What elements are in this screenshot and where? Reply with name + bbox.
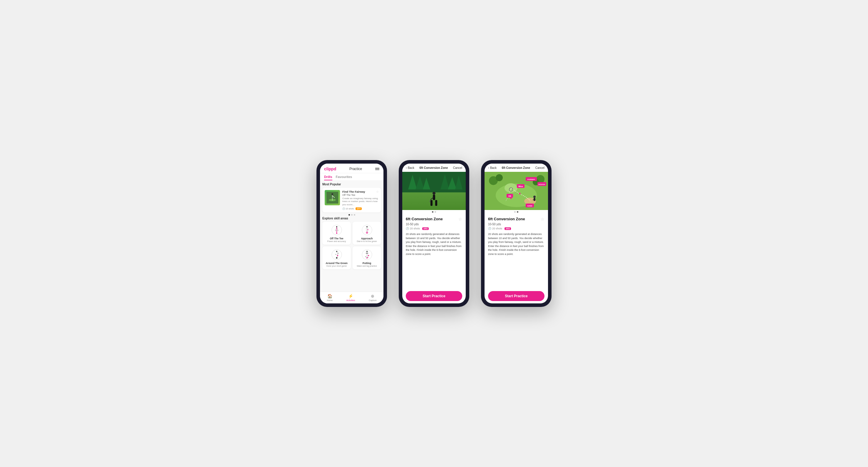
- svg-point-65: [533, 196, 536, 198]
- ott-badge: OTT: [355, 207, 362, 210]
- svg-point-21: [336, 251, 337, 252]
- explore-label: Explore skill areas: [322, 217, 381, 220]
- golf-drill-icon: [327, 192, 338, 204]
- shots-count: 20 shots: [410, 227, 420, 230]
- svg-text:SAND: SAND: [527, 205, 532, 207]
- trees-bg: [402, 172, 466, 192]
- svg-point-32: [367, 257, 368, 258]
- svg-text:ROUGH: ROUGH: [538, 184, 545, 185]
- nav-activities-label: Activities: [346, 299, 355, 302]
- nav-title: Practice: [349, 167, 362, 171]
- back-label-3: Back: [490, 166, 497, 169]
- activities-icon: ⚡: [348, 294, 353, 298]
- drill-title: 6ft Conversion Zone: [406, 217, 443, 221]
- arg-badge: ARG: [422, 227, 429, 230]
- skill-card-ott[interactable]: Off The Tee Power and accuracy: [322, 222, 351, 245]
- back-button[interactable]: ‹ Back: [406, 166, 414, 169]
- dot-1: [348, 214, 350, 215]
- svg-point-3: [332, 193, 333, 195]
- cancel-button[interactable]: Cancel: [453, 166, 462, 169]
- tabs-bar: Drills Favourites: [320, 173, 383, 180]
- img-dot-2: [435, 211, 436, 213]
- hero-image-photo: [402, 172, 466, 210]
- shots-label: 🕐 10 shots: [342, 207, 354, 210]
- phone2-header: ‹ Back 6ft Conversion Zone Cancel: [402, 164, 466, 172]
- back-label: Back: [408, 166, 414, 169]
- golfer-silhouette: [429, 192, 439, 208]
- favourite-star-3[interactable]: ☆: [541, 217, 545, 222]
- tab-favourites[interactable]: Favourites: [336, 175, 352, 180]
- bottom-nav: 🏠 Home ⚡ Activities ⊕ Capture: [320, 292, 383, 303]
- svg-text:Hit: Hit: [508, 195, 511, 197]
- drill3-title-row: 6ft Conversion Zone ☆: [488, 217, 545, 222]
- capture-icon: ⊕: [371, 294, 374, 298]
- tab-drills[interactable]: Drills: [324, 175, 332, 180]
- svg-point-14: [366, 226, 368, 227]
- dot-2: [351, 214, 352, 215]
- skill-atg-desc: Hone your short game: [327, 265, 347, 267]
- start-practice-button[interactable]: Start Practice: [406, 291, 462, 301]
- svg-point-6: [336, 226, 337, 227]
- hero-image-map: Miss Hit FAIRWAY ROUGH SAND: [485, 172, 548, 210]
- drill-info: Find The Fairway Off The Tee Create an i…: [342, 190, 379, 210]
- skill-card-approach[interactable]: Approach Dial-in to hit the green: [352, 222, 381, 245]
- phone2-content: 6ft Conversion Zone ☆ 10-50 yds 🕐 20 sho…: [402, 214, 466, 289]
- img-dot-3-1: [514, 211, 516, 213]
- drill-name: Find The Fairway: [342, 190, 379, 193]
- drill-desc: Create an imaginary fairway using trees …: [342, 197, 379, 206]
- svg-point-25: [338, 253, 339, 254]
- golf-course-map: Miss Hit FAIRWAY ROUGH SAND: [485, 172, 548, 210]
- svg-text:Miss: Miss: [518, 185, 523, 188]
- svg-point-19: [367, 229, 368, 230]
- phones-container: clippd Practice Drills Favourites Most P…: [316, 160, 552, 307]
- svg-point-30: [368, 255, 369, 256]
- start-practice-button-3[interactable]: Start Practice: [488, 291, 545, 301]
- clock-icon-3: 🕐: [488, 227, 491, 230]
- phone-2: ‹ Back 6ft Conversion Zone Cancel: [399, 160, 469, 307]
- svg-point-23: [337, 255, 338, 256]
- drill-thumbnail: [325, 190, 340, 205]
- img-dot-3-2: [517, 211, 518, 213]
- nav-capture[interactable]: ⊕ Capture: [369, 294, 377, 302]
- shots-info-3: 🕐 20 shots: [488, 227, 502, 230]
- svg-point-34: [433, 192, 435, 195]
- img-dot-1: [432, 211, 433, 213]
- svg-point-70: [510, 198, 512, 199]
- skill-approach-desc: Dial-in to hit the green: [357, 240, 377, 242]
- skill-card-putting[interactable]: Putting Make and lag practice: [352, 246, 381, 269]
- approach-icon: [361, 224, 373, 236]
- clock-icon: 🕐: [406, 227, 409, 230]
- skill-ott-desc: Power and accuracy: [327, 240, 346, 242]
- atg-icon: [331, 249, 343, 261]
- drill3-range: 10-50 yds: [488, 223, 545, 226]
- nav-capture-label: Capture: [369, 299, 377, 302]
- drill-shots-row: 🕐 20 shots ARG: [406, 227, 462, 230]
- back-chevron-icon: ‹: [406, 166, 407, 169]
- skill-card-atg[interactable]: Around The Green Hone your short game: [322, 246, 351, 269]
- menu-icon[interactable]: [375, 168, 379, 170]
- drill3-description: 20 shots are randomly generated at dista…: [488, 232, 545, 256]
- phone3-content: 6ft Conversion Zone ☆ 10-50 yds 🕐 20 sho…: [485, 214, 548, 289]
- arg-badge-3: ARG: [504, 227, 511, 230]
- phone-2-screen: ‹ Back 6ft Conversion Zone Cancel: [402, 164, 466, 303]
- image-dots: [402, 210, 466, 214]
- phone-3: ‹ Back 6ft Conversion Zone Cancel: [481, 160, 552, 307]
- drill-range: 10-50 yds: [406, 223, 462, 226]
- svg-point-11: [336, 233, 337, 234]
- cancel-button-3[interactable]: Cancel: [535, 166, 545, 169]
- favourite-icon[interactable]: ☆: [376, 190, 379, 193]
- back-button-3[interactable]: ‹ Back: [488, 166, 497, 169]
- featured-drill-card[interactable]: Find The Fairway Off The Tee Create an i…: [322, 188, 381, 212]
- skill-atg-name: Around The Green: [326, 262, 348, 265]
- nav-home-label: Home: [327, 299, 333, 302]
- drill-meta: 🕐 10 shots OTT: [342, 207, 379, 210]
- nav-activities[interactable]: ⚡ Activities: [346, 294, 355, 302]
- svg-point-52: [496, 174, 503, 181]
- phone2-header-title: 6ft Conversion Zone: [420, 166, 448, 169]
- nav-home[interactable]: 🏠 Home: [327, 294, 333, 302]
- ott-icon: [331, 224, 343, 236]
- favourite-star[interactable]: ☆: [458, 217, 462, 222]
- svg-point-24: [335, 254, 336, 255]
- image-dots-3: [485, 210, 548, 214]
- app-logo: clippd: [324, 167, 336, 171]
